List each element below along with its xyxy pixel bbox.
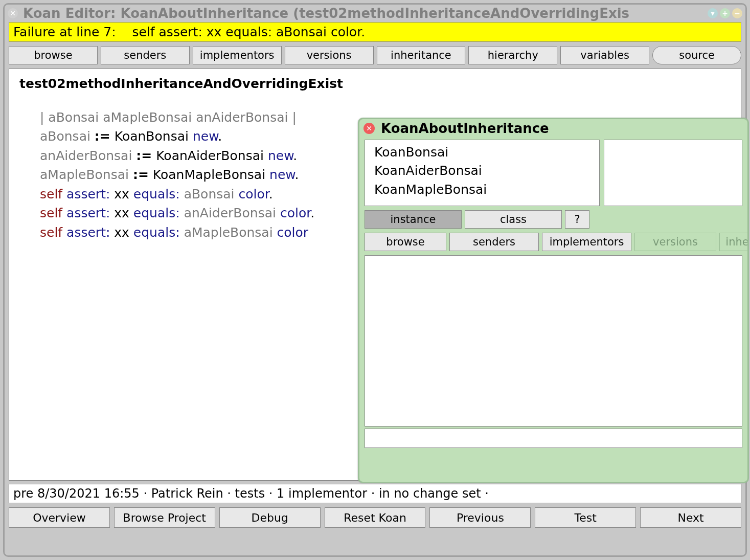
overview-button[interactable]: Overview [9,507,110,528]
popup-implementors-button[interactable]: implementors [542,233,631,251]
senders-button[interactable]: senders [101,46,190,64]
debug-button[interactable]: Debug [219,507,321,528]
list-item[interactable]: KoanMapleBonsai [374,181,590,199]
popup-senders-button[interactable]: senders [449,233,539,251]
method-name: test02methodInheritanceAndOverridingExis… [19,74,731,94]
next-button[interactable]: Next [640,507,741,528]
previous-button[interactable]: Previous [429,507,531,528]
close-icon[interactable]: ✕ [8,8,18,18]
status-bar: pre 8/30/2021 16:55 · Patrick Rein · tes… [9,484,741,503]
window-title: Koan Editor: KoanAboutInheritance (test0… [23,6,708,21]
inheritance-button[interactable]: inheritance [377,46,466,64]
versions-button[interactable]: versions [285,46,374,64]
list-item[interactable]: KoanBonsai [374,143,590,162]
browse-project-button[interactable]: Browse Project [114,507,215,528]
maximize-icon[interactable]: + [720,8,730,18]
tab-instance[interactable]: instance [365,210,462,229]
hierarchy-button[interactable]: hierarchy [468,46,557,64]
minimize-icon[interactable]: − [732,8,742,18]
class-list[interactable]: KoanBonsai KoanAiderBonsai KoanMapleBons… [365,140,600,206]
titlebar: ✕ Koan Editor: KoanAboutInheritance (tes… [5,5,745,22]
failure-banner: Failure at line 7: self assert: xx equal… [9,22,741,42]
top-toolbar: browse senders implementors versions inh… [5,42,745,69]
list-item[interactable]: KoanAiderBonsai [374,162,590,180]
bottom-toolbar: Overview Browse Project Debug Reset Koan… [5,503,745,532]
popup-title: KoanAboutInheritance [381,121,549,136]
tab-help[interactable]: ? [565,210,589,229]
method-list[interactable] [604,140,742,206]
reset-koan-button[interactable]: Reset Koan [325,507,426,528]
close-icon[interactable]: ✕ [363,123,375,134]
implementors-button[interactable]: implementors [193,46,282,64]
popup-titlebar: ✕ KoanAboutInheritance [359,119,747,138]
popup-inheritance-button[interactable]: inhe [719,233,749,251]
popup-status-bar [365,429,742,448]
popup-versions-button[interactable]: versions [634,233,716,251]
browse-button[interactable]: browse [9,46,98,64]
tab-class[interactable]: class [465,210,562,229]
popup-browse-button[interactable]: browse [365,233,446,251]
source-button[interactable]: source [652,46,741,64]
class-browser-popup: ✕ KoanAboutInheritance KoanBonsai KoanAi… [358,118,749,483]
variables-button[interactable]: variables [560,46,649,64]
test-button[interactable]: Test [535,507,636,528]
popup-code-pane[interactable] [365,255,742,427]
menu-icon[interactable]: ▾ [708,8,718,18]
